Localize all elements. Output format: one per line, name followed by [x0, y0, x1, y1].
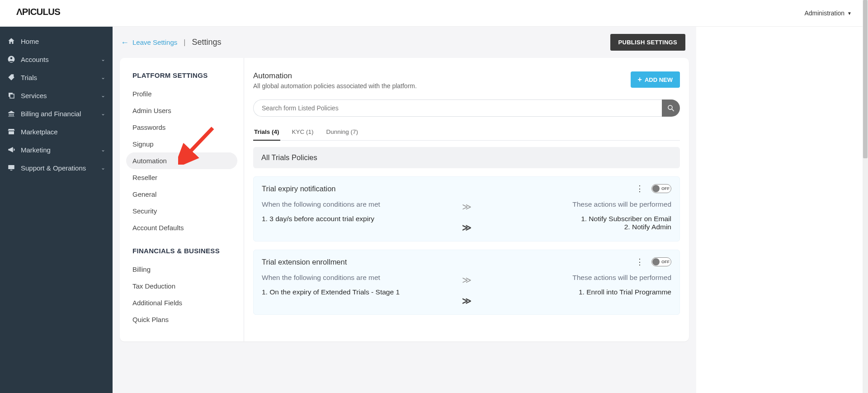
sidebar-item-label: Marketplace: [21, 128, 58, 136]
settings-section-title-platform: PLATFORM SETTINGS: [126, 71, 237, 85]
settings-nav-item[interactable]: Quick Plans: [126, 311, 237, 328]
svg-rect-6: [10, 170, 13, 171]
svg-rect-5: [8, 165, 14, 169]
bank-icon: [7, 109, 15, 118]
sidebar-item-accounts[interactable]: Accounts ⌄: [0, 50, 113, 68]
settings-nav-item[interactable]: Additional Fields: [126, 294, 237, 311]
main-panel: Automation All global automation policie…: [244, 58, 689, 341]
actions-header: These actions will be performed: [477, 274, 672, 282]
kebab-menu-icon[interactable]: ⋮: [636, 258, 643, 266]
settings-nav-item[interactable]: Billing: [126, 261, 237, 278]
toggle-label: OFF: [661, 260, 670, 264]
action-item: 2. Notify Admin: [477, 223, 672, 231]
tab[interactable]: Trials (4): [253, 125, 280, 141]
vertical-scrollbar[interactable]: [863, 0, 868, 393]
home-icon: [7, 37, 15, 45]
svg-point-2: [10, 57, 13, 60]
add-new-button[interactable]: + ADD NEW: [631, 71, 680, 88]
chevron-down-icon: ⌄: [101, 147, 105, 153]
section-banner: All Trials Policies: [253, 147, 680, 168]
toggle-switch[interactable]: OFF: [651, 257, 671, 266]
svg-point-7: [668, 105, 672, 109]
toggle-switch[interactable]: OFF: [651, 184, 671, 193]
panel-title: Automation: [253, 71, 417, 80]
toggle-knob: [652, 258, 660, 265]
search-row: [253, 99, 680, 117]
add-new-label: ADD NEW: [645, 76, 673, 83]
tab[interactable]: Dunning (7): [326, 125, 359, 140]
brand-logo: ΛPICULUS: [16, 4, 89, 22]
sidebar-item-label: Billing and Financial: [21, 110, 81, 118]
sidebar-item-label: Support & Operations: [21, 164, 86, 172]
scrollbar-thumb[interactable]: [863, 0, 868, 158]
settings-side-nav: PLATFORM SETTINGS ProfileAdmin UsersPass…: [120, 58, 244, 341]
sidebar-item-billing[interactable]: Billing and Financial ⌄: [0, 104, 113, 123]
toggle-label: OFF: [661, 186, 670, 191]
search-button[interactable]: [662, 99, 680, 117]
back-link-label: Leave Settings: [132, 38, 177, 46]
policy-card: Trial extension enrollment⋮OFFWhen the f…: [253, 250, 680, 315]
search-icon: [667, 104, 675, 112]
sidebar-item-support[interactable]: Support & Operations ⌄: [0, 159, 113, 177]
double-chevron-right-icon: ≫: [462, 295, 472, 306]
policy-title: Trial expiry notification: [262, 185, 336, 193]
main-sidebar: Home Accounts ⌄ Trials ⌄ Services ⌄ Bill…: [0, 27, 113, 393]
content-area: ← Leave Settings | Settings PUBLISH SETT…: [113, 27, 696, 393]
action-item: 1. Enroll into Trial Programme: [477, 288, 672, 296]
settings-nav-item[interactable]: Tax Deduction: [126, 278, 237, 294]
tabs-row: Trials (4)KYC (1)Dunning (7): [253, 125, 680, 141]
top-bar: ΛPICULUS Administration ▼: [0, 0, 863, 27]
sidebar-item-marketplace[interactable]: Marketplace: [0, 123, 113, 141]
settings-nav-item[interactable]: Security: [126, 203, 237, 219]
page-header-bar: ← Leave Settings | Settings PUBLISH SETT…: [113, 27, 696, 58]
layers-icon: [7, 91, 15, 99]
settings-nav-item[interactable]: Admin Users: [126, 102, 237, 119]
action-item: 1. Notify Subscriber on Email: [477, 215, 672, 223]
tag-icon: [7, 73, 15, 81]
settings-section-title-financials: FINANCIALS & BUSINESS: [126, 247, 237, 261]
tab[interactable]: KYC (1): [291, 125, 315, 140]
svg-rect-4: [10, 94, 14, 98]
page-title: Settings: [192, 38, 221, 47]
chevron-down-icon: ⌄: [101, 110, 105, 117]
administration-label: Administration: [804, 9, 844, 17]
kebab-menu-icon[interactable]: ⋮: [636, 185, 643, 193]
conditions-header: When the following conditions are met: [262, 274, 457, 282]
svg-line-8: [672, 109, 674, 111]
double-chevron-right-icon: ≫: [462, 275, 472, 285]
settings-nav-item[interactable]: Profile: [126, 85, 237, 102]
megaphone-icon: [7, 146, 15, 154]
settings-nav-item[interactable]: Account Defaults: [126, 219, 237, 236]
arrow-left-icon: ←: [121, 38, 129, 47]
double-chevron-right-icon: ≫: [462, 201, 472, 212]
settings-nav-item[interactable]: Reseller: [126, 169, 237, 186]
double-chevron-right-icon: ≫: [462, 222, 472, 233]
plus-icon: +: [638, 76, 642, 83]
policy-title: Trial extension enrollment: [262, 258, 347, 266]
sidebar-item-label: Trials: [21, 74, 37, 81]
actions-header: These actions will be performed: [477, 200, 672, 208]
leave-settings-link[interactable]: ← Leave Settings: [121, 38, 177, 47]
breadcrumb-separator: |: [184, 38, 185, 47]
chevron-down-icon: ⌄: [101, 56, 105, 62]
settings-nav-item[interactable]: Signup: [126, 136, 237, 152]
sidebar-item-marketing[interactable]: Marketing ⌄: [0, 141, 113, 159]
settings-nav-item[interactable]: Automation: [126, 152, 237, 169]
sidebar-item-trials[interactable]: Trials ⌄: [0, 68, 113, 86]
user-circle-icon: [7, 55, 15, 63]
sidebar-item-label: Accounts: [21, 56, 49, 63]
toggle-knob: [652, 185, 660, 192]
publish-settings-button[interactable]: PUBLISH SETTINGS: [610, 34, 685, 51]
settings-nav-item[interactable]: Passwords: [126, 119, 237, 136]
monitor-icon: [7, 164, 15, 172]
condition-item: 1. 3 day/s before account trial expiry: [262, 215, 457, 223]
sidebar-item-services[interactable]: Services ⌄: [0, 86, 113, 104]
settings-nav-item[interactable]: General: [126, 186, 237, 203]
chevron-down-icon: ⌄: [101, 92, 105, 99]
sidebar-item-home[interactable]: Home: [0, 32, 113, 50]
policy-card: Trial expiry notification⋮OFFWhen the fo…: [253, 176, 680, 241]
administration-dropdown[interactable]: Administration ▼: [804, 9, 852, 17]
conditions-header: When the following conditions are met: [262, 200, 457, 208]
store-icon: [7, 128, 15, 136]
search-input[interactable]: [253, 99, 662, 117]
